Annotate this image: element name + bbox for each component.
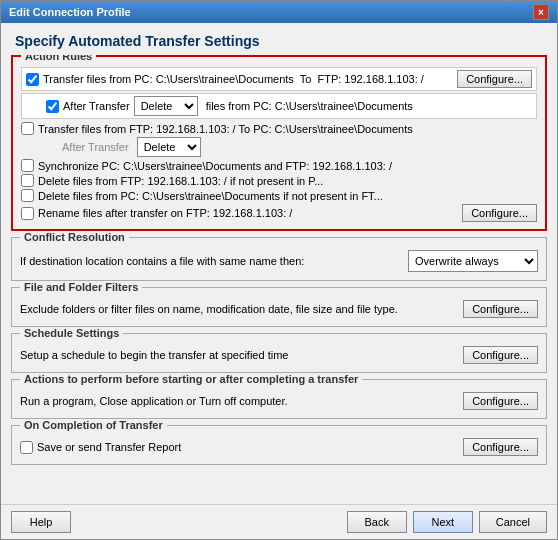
help-button[interactable]: Help [11,511,71,533]
schedule-settings-row: Setup a schedule to begin the transfer a… [20,344,538,366]
rule-4-checkbox[interactable] [21,174,34,187]
actions-before-after-description: Run a program, Close application or Turn… [20,395,463,407]
file-folder-filters-label: File and Folder Filters [20,281,142,293]
actions-before-after-content: Run a program, Close application or Turn… [20,390,538,412]
conflict-resolution-label: Conflict Resolution [20,231,129,243]
rule-3-row: Synchronize PC: C:\Users\trainee\Documen… [21,158,537,173]
file-folder-configure-button[interactable]: Configure... [463,300,538,318]
rule-2-text: Transfer files from FTP: 192.168.1.103: … [38,123,537,135]
rule-1-configure-button[interactable]: Configure... [457,70,532,88]
rule-6-row: Rename files after transfer on FTP: 192.… [21,203,537,223]
rule-2-action-select[interactable]: Delete Move Nothing [137,137,201,157]
conflict-row: If destination location contains a file … [20,248,538,274]
rule-6-checkbox[interactable] [21,207,34,220]
conflict-resolution-content: If destination location contains a file … [20,248,538,274]
on-completion-section: On Completion of Transfer Save or send T… [11,425,547,465]
action-rules-label: Action Rules [21,55,96,62]
rule-2-checkbox[interactable] [21,122,34,135]
file-folder-filters-content: Exclude folders or filter files on name,… [20,298,538,320]
footer: Help Back Next Cancel [1,504,557,539]
rule-2-row: Transfer files from FTP: 192.168.1.103: … [21,121,537,136]
rule-4-text: Delete files from FTP: 192.168.1.103: / … [38,175,323,187]
actions-before-after-row: Run a program, Close application or Turn… [20,390,538,412]
actions-before-after-label: Actions to perform before starting or af… [20,373,362,385]
on-completion-checkbox-label: Save or send Transfer Report [37,441,463,453]
next-button[interactable]: Next [413,511,473,533]
file-folder-filters-section: File and Folder Filters Exclude folders … [11,287,547,327]
rule-1-sub-checkbox[interactable] [46,100,59,113]
rule-4-row: Delete files from FTP: 192.168.1.103: / … [21,173,537,188]
rule-1-files-text: files from PC: C:\Users\trainee\Document… [206,100,413,112]
rule-1-sub-row: After Transfer Delete Move Nothing files… [21,93,537,119]
back-button[interactable]: Back [347,511,407,533]
rule-1-checkbox[interactable] [26,73,39,86]
action-rules-content: Transfer files from PC: C:\Users\trainee… [21,67,537,223]
rule-1-action-select[interactable]: Delete Move Nothing [134,96,198,116]
after-transfer-label: After Transfer [63,100,130,112]
main-window: Edit Connection Profile × Specify Automa… [0,0,558,540]
on-completion-label: On Completion of Transfer [20,419,167,431]
on-completion-content: Save or send Transfer Report Configure..… [20,436,538,458]
on-completion-checkbox-row: Save or send Transfer Report [20,441,463,454]
title-bar: Edit Connection Profile × [1,1,557,23]
rule-5-text: Delete files from PC: C:\Users\trainee\D… [38,190,383,202]
rule-5-checkbox[interactable] [21,189,34,202]
action-rules-section: Action Rules Transfer files from PC: C:\… [11,55,547,231]
actions-configure-button[interactable]: Configure... [463,392,538,410]
rule-2-after-label: After Transfer [62,141,129,153]
rule-3-text: Synchronize PC: C:\Users\trainee\Documen… [38,160,392,172]
conflict-select[interactable]: Overwrite always Skip Ask user Rename [408,250,538,272]
cancel-button[interactable]: Cancel [479,511,547,533]
schedule-settings-content: Setup a schedule to begin the transfer a… [20,344,538,366]
schedule-settings-section: Schedule Settings Setup a schedule to be… [11,333,547,373]
rule-5-row: Delete files from PC: C:\Users\trainee\D… [21,188,537,203]
actions-before-after-section: Actions to perform before starting or af… [11,379,547,419]
rule-2-sub-row: After Transfer Delete Move Nothing [21,136,537,158]
rule-3-checkbox[interactable] [21,159,34,172]
footer-right-buttons: Back Next Cancel [347,511,547,533]
on-completion-row: Save or send Transfer Report Configure..… [20,436,538,458]
content-area: Action Rules Transfer files from PC: C:\… [1,55,557,504]
window-title: Edit Connection Profile [9,6,131,18]
schedule-settings-label: Schedule Settings [20,327,123,339]
schedule-settings-description: Setup a schedule to begin the transfer a… [20,349,463,361]
conflict-description: If destination location contains a file … [20,255,408,267]
rule-1-row: Transfer files from PC: C:\Users\trainee… [21,67,537,91]
rule-6-text: Rename files after transfer on FTP: 192.… [38,207,458,219]
page-title: Specify Automated Transfer Settings [1,23,557,55]
on-completion-checkbox[interactable] [20,441,33,454]
file-folder-filters-description: Exclude folders or filter files on name,… [20,303,463,315]
rule-1-text: Transfer files from PC: C:\Users\trainee… [43,73,453,85]
schedule-configure-button[interactable]: Configure... [463,346,538,364]
close-button[interactable]: × [533,4,549,20]
file-folder-filters-row: Exclude folders or filter files on name,… [20,298,538,320]
on-completion-configure-button[interactable]: Configure... [463,438,538,456]
rule-6-configure-button[interactable]: Configure... [462,204,537,222]
conflict-resolution-section: Conflict Resolution If destination locat… [11,237,547,281]
